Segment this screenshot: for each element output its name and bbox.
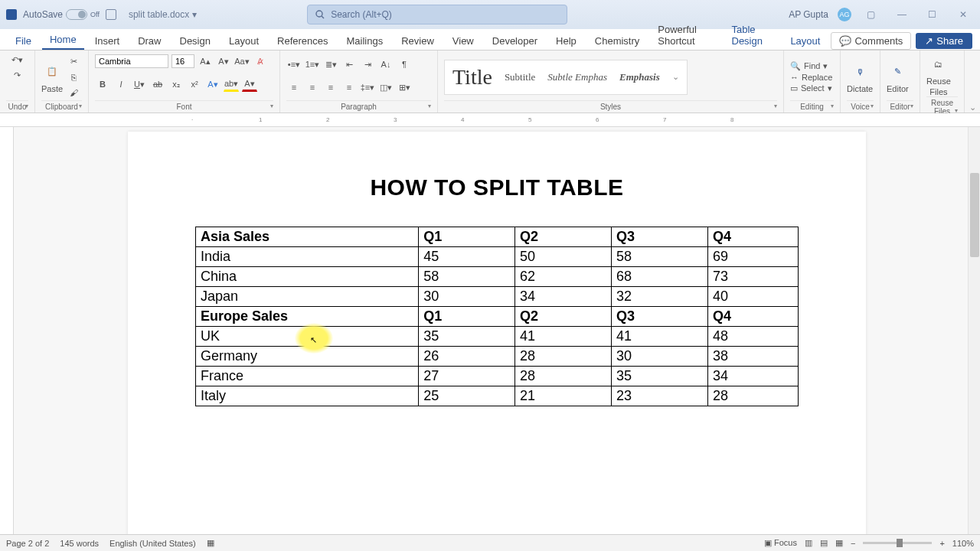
cell[interactable]: 62: [515, 267, 612, 287]
tab-review[interactable]: Review: [394, 32, 442, 50]
cell[interactable]: 34: [515, 287, 612, 307]
cell[interactable]: 21: [515, 386, 612, 406]
cell[interactable]: 25: [419, 386, 515, 406]
bullets-icon[interactable]: •≡▾: [286, 57, 302, 72]
text-effects-icon[interactable]: A▾: [205, 77, 220, 92]
cell[interactable]: 23: [612, 386, 708, 406]
tab-file[interactable]: File: [8, 32, 39, 50]
user-avatar[interactable]: AG: [838, 8, 851, 21]
minimize-icon[interactable]: —: [891, 4, 913, 25]
save-icon[interactable]: [106, 9, 116, 20]
multilevel-icon[interactable]: ≣▾: [323, 57, 338, 72]
reuse-files-button[interactable]: 🗂ReuseFiles: [926, 54, 951, 96]
page[interactable]: HOW TO SPLIT TABLE Asia Sales Q1 Q2 Q3 Q…: [128, 132, 866, 540]
comments-button[interactable]: 💬 Comments: [831, 32, 911, 50]
macro-icon[interactable]: ▦: [207, 538, 214, 548]
select-button[interactable]: ▭Select▾: [790, 83, 832, 93]
cell[interactable]: 32: [612, 287, 708, 307]
cell[interactable]: 34: [707, 367, 798, 386]
cell[interactable]: France: [196, 367, 419, 386]
horizontal-ruler[interactable]: · 1 2 3 4 5 6 7 8: [0, 113, 980, 127]
word-count[interactable]: 145 words: [60, 539, 99, 548]
page-scroll-area[interactable]: HOW TO SPLIT TABLE Asia Sales Q1 Q2 Q3 Q…: [14, 127, 980, 540]
scrollbar-thumb[interactable]: [970, 173, 979, 257]
cell[interactable]: 38: [707, 347, 798, 367]
sales-table[interactable]: Asia Sales Q1 Q2 Q3 Q4 India45505869 Chi…: [195, 227, 799, 406]
cell[interactable]: 28: [515, 347, 612, 367]
tab-mailings[interactable]: Mailings: [339, 32, 391, 50]
bold-button[interactable]: B: [95, 77, 110, 92]
close-icon[interactable]: ✕: [952, 4, 974, 25]
font-name-input[interactable]: [95, 54, 168, 68]
tab-developer[interactable]: Developer: [485, 32, 545, 50]
editor-button[interactable]: ✎Editor: [887, 61, 909, 93]
style-title[interactable]: Title: [452, 65, 492, 90]
sort-icon[interactable]: A↓: [378, 57, 394, 72]
cut-icon[interactable]: ✂: [67, 56, 80, 68]
styles-gallery[interactable]: Title Subtitle Subtle Emphas Emphasis ⌄: [444, 60, 688, 95]
cell[interactable]: India: [196, 247, 419, 267]
language-indicator[interactable]: English (United States): [109, 539, 196, 548]
borders-icon[interactable]: ⊞▾: [397, 80, 412, 95]
focus-mode-button[interactable]: ▣ Focus: [764, 538, 797, 548]
cell[interactable]: 35: [419, 327, 515, 347]
zoom-level[interactable]: 110%: [952, 539, 974, 548]
cell[interactable]: Q3: [612, 307, 708, 327]
tab-layout[interactable]: Layout: [221, 32, 266, 50]
redo-icon[interactable]: ↷: [11, 69, 24, 81]
cell[interactable]: 58: [612, 247, 708, 267]
cell[interactable]: Q3: [612, 227, 708, 247]
subscript-button[interactable]: x₂: [168, 77, 184, 92]
align-left-icon[interactable]: ≡: [286, 80, 302, 95]
tab-table-layout[interactable]: Layout: [782, 32, 828, 50]
cell[interactable]: 50: [515, 247, 612, 267]
cell[interactable]: 40: [707, 287, 798, 307]
decrease-indent-icon[interactable]: ⇤: [341, 57, 357, 72]
highlight-icon[interactable]: ab▾: [224, 77, 239, 92]
user-name[interactable]: AP Gupta: [789, 9, 828, 20]
cell[interactable]: Q1: [419, 307, 515, 327]
cell[interactable]: Q2: [515, 307, 612, 327]
undo-icon[interactable]: ↶▾: [11, 54, 24, 66]
paste-button[interactable]: 📋 Paste: [41, 61, 63, 93]
cell[interactable]: China: [196, 267, 419, 287]
align-right-icon[interactable]: ≡: [323, 80, 338, 95]
cell[interactable]: 73: [707, 267, 798, 287]
cell[interactable]: 41: [515, 327, 612, 347]
tab-table-design[interactable]: Table Design: [724, 21, 780, 50]
zoom-slider[interactable]: [863, 542, 932, 544]
change-case-icon[interactable]: Aa▾: [234, 54, 250, 69]
shrink-font-icon[interactable]: A▾: [216, 54, 231, 69]
cell[interactable]: 48: [707, 327, 798, 347]
cell[interactable]: Asia Sales: [196, 227, 419, 247]
cell[interactable]: Q2: [515, 227, 612, 247]
web-layout-icon[interactable]: ▦: [835, 538, 843, 548]
cell[interactable]: Q4: [707, 307, 798, 327]
replace-button[interactable]: ↔Replace: [790, 73, 832, 82]
find-button[interactable]: 🔍Find▾: [790, 61, 832, 71]
cell[interactable]: 68: [612, 267, 708, 287]
zoom-thumb[interactable]: [897, 539, 903, 547]
line-spacing-icon[interactable]: ‡≡▾: [360, 80, 375, 95]
increase-indent-icon[interactable]: ⇥: [360, 57, 375, 72]
dictate-button[interactable]: 🎙Dictate: [847, 61, 873, 93]
maximize-icon[interactable]: ☐: [922, 4, 943, 25]
read-mode-icon[interactable]: ▥: [805, 538, 812, 548]
tab-view[interactable]: View: [445, 32, 482, 50]
shading-icon[interactable]: ◫▾: [378, 80, 394, 95]
tab-design[interactable]: Design: [172, 32, 218, 50]
page-indicator[interactable]: Page 2 of 2: [6, 539, 49, 548]
cell[interactable]: 41: [612, 327, 708, 347]
cell[interactable]: 27: [419, 367, 515, 386]
cell[interactable]: 26: [419, 347, 515, 367]
autosave-toggle[interactable]: AutoSave Off: [23, 9, 100, 20]
ribbon-mode-icon[interactable]: ▢: [861, 4, 882, 25]
style-subtle-emphasis[interactable]: Subtle Emphas: [547, 71, 607, 83]
font-size-input[interactable]: [172, 54, 194, 68]
cell[interactable]: 69: [707, 247, 798, 267]
share-button[interactable]: ↗ Share: [916, 33, 972, 49]
cell[interactable]: 58: [419, 267, 515, 287]
cell[interactable]: Q4: [707, 227, 798, 247]
cell[interactable]: Japan: [196, 287, 419, 307]
collapse-ribbon-icon[interactable]: ⌄: [965, 51, 980, 112]
